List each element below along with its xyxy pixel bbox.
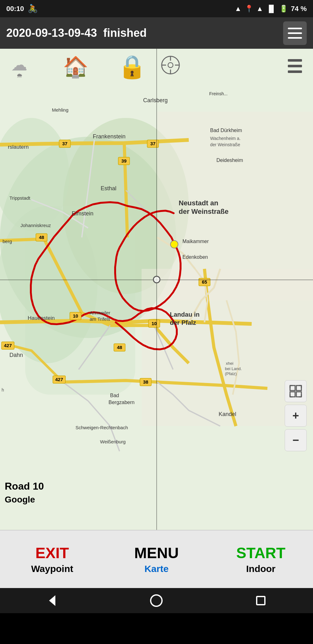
zoom-in-button[interactable]: + <box>285 405 307 427</box>
svg-text:Trippstadt: Trippstadt <box>9 195 31 201</box>
start-button-label: START <box>236 544 285 562</box>
status-left: 00:10 🚴 <box>6 4 38 14</box>
svg-rect-76 <box>296 386 301 391</box>
svg-text:berg: berg <box>3 239 12 244</box>
battery-icon: 🔋 <box>279 5 288 13</box>
exit-button-sublabel: Waypoint <box>31 564 73 574</box>
exit-button[interactable]: EXIT Waypoint <box>1 530 104 588</box>
svg-text:Bad: Bad <box>110 393 119 398</box>
svg-text:39: 39 <box>121 158 127 164</box>
svg-text:427: 427 <box>55 377 63 382</box>
svg-rect-79 <box>290 392 295 397</box>
route-status: finished <box>103 26 147 40</box>
svg-text:der Weinstraße: der Weinstraße <box>210 142 240 147</box>
svg-text:Johanniskreuz: Johanniskreuz <box>20 223 51 228</box>
menu-line <box>288 28 302 29</box>
svg-text:10: 10 <box>73 313 78 319</box>
start-button-sublabel: Indoor <box>246 564 275 574</box>
crosshair-horizontal <box>156 49 157 530</box>
map-view[interactable]: Frankenstein Carlsberg Bad Dürkheim Wach… <box>0 49 313 530</box>
svg-text:(Pfalz): (Pfalz) <box>225 371 237 376</box>
svg-text:48: 48 <box>117 345 122 350</box>
svg-text:Dahn: Dahn <box>9 352 23 358</box>
svg-text:am Trifels: am Trifels <box>90 316 110 322</box>
status-right: ▲ 📍 ▲ ▐▌ 🔋 74 % <box>235 5 307 13</box>
svg-text:Edenkoben: Edenkoben <box>182 254 208 260</box>
weather-icon[interactable]: ☁ 🌧 <box>9 57 38 79</box>
android-nav-bar <box>0 588 313 613</box>
menu-button-sublabel: Karte <box>144 564 169 574</box>
signal-icon: ▐▌ <box>266 5 276 13</box>
svg-text:xhei: xhei <box>226 361 233 366</box>
svg-text:Mehling: Mehling <box>52 107 69 113</box>
svg-text:h: h <box>2 387 4 392</box>
svg-text:Bad Dürkheim: Bad Dürkheim <box>210 128 242 133</box>
svg-text:Frankenstein: Frankenstein <box>93 133 126 140</box>
layers-icon[interactable] <box>286 57 304 78</box>
menu-line <box>288 32 302 34</box>
map-road-label: Road 10 <box>5 480 44 492</box>
bike-icon: 🚴 <box>28 4 38 14</box>
svg-text:Freinsh...: Freinsh... <box>209 91 227 96</box>
svg-text:38: 38 <box>143 379 148 385</box>
svg-rect-72 <box>288 70 302 73</box>
svg-rect-71 <box>288 65 302 67</box>
svg-rect-73 <box>290 386 295 391</box>
svg-text:bei Land.: bei Land. <box>225 366 242 371</box>
svg-text:Kandel: Kandel <box>219 411 236 417</box>
bluetooth-icon: ▲ <box>235 5 242 13</box>
svg-text:Weißenburg: Weißenburg <box>100 439 126 444</box>
map-attribution-label: Google <box>5 495 35 505</box>
svg-point-86 <box>151 595 162 606</box>
hamburger-menu-button[interactable] <box>283 21 307 45</box>
svg-text:Wachenheim a.: Wachenheim a. <box>210 136 241 141</box>
zoom-controls: + − <box>285 380 307 451</box>
svg-text:Landau in: Landau in <box>170 311 199 318</box>
time-display: 00:10 <box>6 5 24 13</box>
battery-text: 74 % <box>291 5 307 13</box>
zoom-out-button[interactable]: − <box>285 429 307 451</box>
lock-icon[interactable]: 🔒 <box>118 53 146 80</box>
start-button[interactable]: START Indoor <box>209 530 312 588</box>
svg-text:Bergzabern: Bergzabern <box>109 400 135 405</box>
svg-text:Carlsberg: Carlsberg <box>143 97 168 103</box>
recents-button[interactable] <box>253 593 269 608</box>
bottom-navigation: EXIT Waypoint MENU Karte START Indoor <box>0 530 313 588</box>
svg-text:48: 48 <box>39 235 44 240</box>
svg-text:der Weinstraße: der Weinstraße <box>179 208 229 215</box>
svg-text:37: 37 <box>62 141 68 146</box>
svg-text:rslautern: rslautern <box>8 144 29 150</box>
back-button[interactable] <box>44 593 60 608</box>
svg-text:Schweigen-Rechtenbach: Schweigen-Rechtenbach <box>75 425 128 430</box>
status-bar: 00:10 🚴 ▲ 📍 ▲ ▐▌ 🔋 74 % <box>0 0 313 17</box>
svg-text:Elmstein: Elmstein <box>72 210 93 217</box>
svg-text:Deidesheim: Deidesheim <box>216 158 243 163</box>
svg-point-8 <box>170 241 178 248</box>
exit-button-label: EXIT <box>35 544 69 562</box>
title-bar: 2020-09-13-09-43 finished <box>0 17 313 49</box>
svg-text:Maikammer: Maikammer <box>182 239 209 244</box>
menu-line <box>288 37 302 39</box>
svg-rect-87 <box>257 597 265 605</box>
svg-rect-82 <box>296 392 301 397</box>
svg-text:Esthal: Esthal <box>101 185 116 192</box>
svg-text:427: 427 <box>4 343 12 348</box>
svg-text:Neustadt an: Neustadt an <box>179 199 218 207</box>
svg-text:Hauenstein: Hauenstein <box>28 315 55 321</box>
location-icon: 📍 <box>245 5 253 13</box>
gps-location-icon[interactable] <box>160 55 181 77</box>
route-title: 2020-09-13-09-43 <box>6 26 97 40</box>
home-icon[interactable]: 🏠 <box>63 55 88 79</box>
svg-rect-70 <box>288 59 302 62</box>
menu-button-label: MENU <box>134 544 179 562</box>
svg-text:37: 37 <box>150 141 156 146</box>
svg-text:der Pfalz: der Pfalz <box>170 319 196 326</box>
home-button[interactable] <box>148 593 164 608</box>
svg-marker-85 <box>49 595 55 606</box>
svg-point-65 <box>168 63 173 68</box>
svg-text:Annweiler: Annweiler <box>90 310 110 315</box>
crosshair-center <box>153 276 160 283</box>
menu-button[interactable]: MENU Karte <box>105 530 208 588</box>
fit-map-button[interactable] <box>285 380 307 402</box>
wifi-icon: ▲ <box>256 5 263 13</box>
